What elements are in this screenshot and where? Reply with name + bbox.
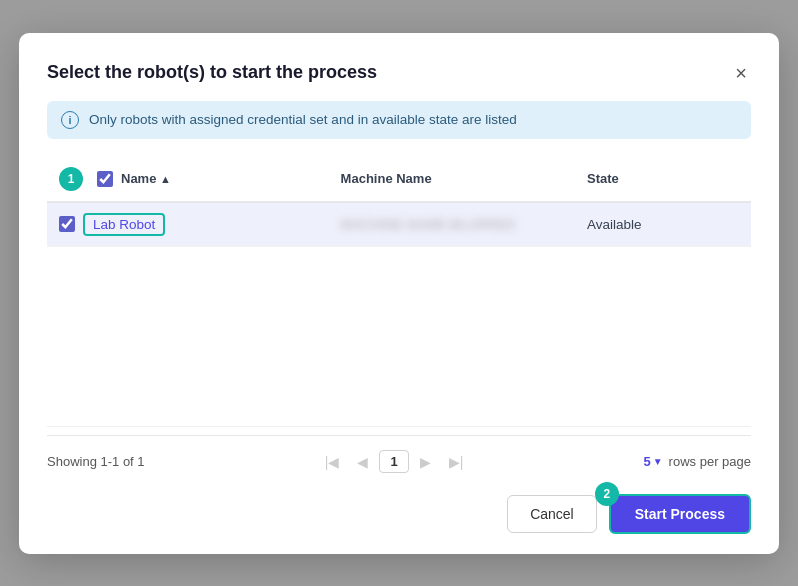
state-column-header: State xyxy=(575,157,751,202)
rows-dropdown-arrow: ▼ xyxy=(653,456,663,467)
robots-table: 1 Name ▲ Machine Name State xyxy=(47,157,751,427)
name-cell: Lab Robot xyxy=(47,202,329,247)
modal-overlay: Select the robot(s) to start the process… xyxy=(0,0,798,586)
close-button[interactable]: × xyxy=(731,61,751,85)
pagination-controls: |◀ ◀ 1 ▶ ▶| xyxy=(318,450,471,474)
rows-per-page-area: 5 ▼ rows per page xyxy=(643,454,751,469)
name-column-header: 1 Name ▲ xyxy=(47,157,329,202)
step-badge-2: 2 xyxy=(595,482,619,506)
table-header: 1 Name ▲ Machine Name State xyxy=(47,157,751,202)
machine-name-column-header: Machine Name xyxy=(329,157,575,202)
state-value: Available xyxy=(587,217,642,232)
modal-dialog: Select the robot(s) to start the process… xyxy=(19,33,779,554)
rows-per-page-value: 5 xyxy=(643,454,650,469)
sort-arrow-icon: ▲ xyxy=(160,173,171,185)
footer-buttons: Cancel 2 Start Process xyxy=(47,480,751,534)
machine-name-column-label: Machine Name xyxy=(341,171,432,186)
modal-header: Select the robot(s) to start the process… xyxy=(47,61,751,85)
name-column-label: Name ▲ xyxy=(121,171,171,186)
first-page-button[interactable]: |◀ xyxy=(318,450,347,474)
table-row[interactable]: Lab Robot MACHINE-NAME-BLURRED Available xyxy=(47,202,751,247)
select-all-checkbox[interactable] xyxy=(97,171,113,187)
cancel-button[interactable]: Cancel xyxy=(507,495,597,533)
state-cell: Available xyxy=(575,202,751,247)
start-process-button[interactable]: Start Process xyxy=(609,494,751,534)
info-banner: i Only robots with assigned credential s… xyxy=(47,101,751,139)
pagination-info: Showing 1-1 of 1 xyxy=(47,454,145,469)
pagination-area: Showing 1-1 of 1 |◀ ◀ 1 ▶ ▶| 5 ▼ rows pe… xyxy=(47,435,751,480)
empty-space xyxy=(47,246,751,426)
state-column-label: State xyxy=(587,171,619,186)
empty-rows xyxy=(47,246,751,426)
last-page-button[interactable]: ▶| xyxy=(442,450,471,474)
info-banner-text: Only robots with assigned credential set… xyxy=(89,112,517,127)
table-body: Lab Robot MACHINE-NAME-BLURRED Available xyxy=(47,202,751,427)
rows-per-page-label: rows per page xyxy=(669,454,751,469)
table-header-row: 1 Name ▲ Machine Name State xyxy=(47,157,751,202)
modal-title: Select the robot(s) to start the process xyxy=(47,62,377,83)
step-badge-1: 1 xyxy=(59,167,83,191)
row-checkbox[interactable] xyxy=(59,216,75,232)
info-icon: i xyxy=(61,111,79,129)
rows-per-page-select[interactable]: 5 ▼ xyxy=(643,454,662,469)
robot-name: Lab Robot xyxy=(83,213,165,236)
machine-name-value: MACHINE-NAME-BLURRED xyxy=(341,217,516,232)
machine-name-cell: MACHINE-NAME-BLURRED xyxy=(329,202,575,247)
table-container: 1 Name ▲ Machine Name State xyxy=(47,157,751,427)
next-page-button[interactable]: ▶ xyxy=(413,450,438,474)
current-page: 1 xyxy=(379,450,408,473)
prev-page-button[interactable]: ◀ xyxy=(350,450,375,474)
